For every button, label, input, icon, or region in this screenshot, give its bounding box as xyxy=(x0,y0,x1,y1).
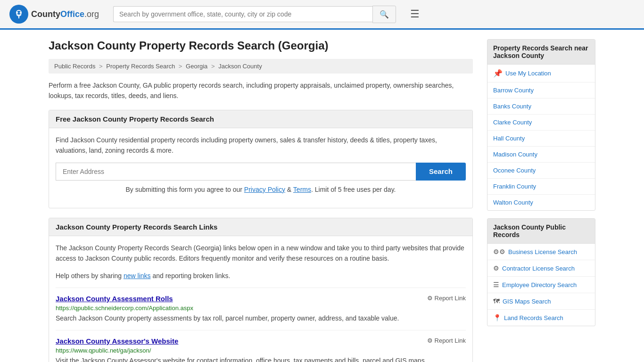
walton-county-link[interactable]: Walton County xyxy=(493,199,533,206)
sidebar-item-land-records[interactable]: 📍 Land Records Search xyxy=(487,310,595,326)
sidebar-item-banks[interactable]: Banks County xyxy=(487,99,595,115)
logo-office: Office xyxy=(60,9,84,19)
breadcrumb-sep-3: > xyxy=(211,63,216,70)
link-title-1[interactable]: Jackson County Assessment Rolls xyxy=(56,295,173,303)
business-license-link[interactable]: Business License Search xyxy=(508,248,577,255)
public-records-section: Jackson County Public Records ⚙⚙ Busines… xyxy=(487,218,595,326)
svg-point-0 xyxy=(13,8,25,20)
employee-directory-icon: ☰ xyxy=(493,281,499,288)
address-search-form: Search xyxy=(56,163,466,181)
business-license-icon: ⚙⚙ xyxy=(493,248,505,255)
sidebar-item-barrow[interactable]: Barrow County xyxy=(487,82,595,99)
sidebar-item-franklin[interactable]: Franklin County xyxy=(487,179,595,195)
sidebar-item-business-license[interactable]: ⚙⚙ Business License Search xyxy=(487,244,595,260)
banks-county-link[interactable]: Banks County xyxy=(493,103,531,110)
nearby-counties-section: Property Records Search near Jackson Cou… xyxy=(487,39,595,211)
use-location-link[interactable]: Use My Location xyxy=(505,70,551,77)
sidebar-item-oconee[interactable]: Oconee County xyxy=(487,163,595,179)
site-header: CountyOffice.org 🔍 ☰ xyxy=(0,0,644,30)
contractor-license-link[interactable]: Contractor License Search xyxy=(502,265,575,272)
address-search-button[interactable]: Search xyxy=(416,163,466,181)
sidebar-item-hall[interactable]: Hall County xyxy=(487,131,595,147)
privacy-policy-link[interactable]: Privacy Policy xyxy=(244,186,285,193)
logo-text: CountyOffice.org xyxy=(31,9,99,19)
link-item-1-header: Jackson County Assessment Rolls ⚙ Report… xyxy=(56,295,466,303)
sidebar-item-employee-directory[interactable]: ☰ Employee Directory Search xyxy=(487,277,595,293)
madison-county-link[interactable]: Madison County xyxy=(493,151,537,158)
land-records-icon: 📍 xyxy=(493,314,501,321)
links-section-heading: Jackson County Property Records Search L… xyxy=(49,218,472,236)
link-item-assessment-rolls: Jackson County Assessment Rolls ⚙ Report… xyxy=(56,288,466,330)
gis-maps-link[interactable]: GIS Maps Search xyxy=(503,298,551,305)
links-description: The Jackson County Property Records Sear… xyxy=(56,243,466,264)
breadcrumb-georgia[interactable]: Georgia xyxy=(186,63,207,70)
page-description: Perform a free Jackson County, GA public… xyxy=(49,80,473,101)
link-title-2[interactable]: Jackson County Assessor's Website xyxy=(56,337,178,345)
free-search-description: Find Jackson County residential property… xyxy=(56,135,466,156)
main-container: Jackson County Property Records Search (… xyxy=(39,30,605,362)
sidebar-use-location[interactable]: 📌 Use My Location xyxy=(487,65,595,82)
report-icon-2: ⚙ xyxy=(427,337,433,344)
breadcrumb-property-search[interactable]: Property Records Search xyxy=(106,63,175,70)
sidebar-item-clarke[interactable]: Clarke County xyxy=(487,115,595,131)
links-section-body: The Jackson County Property Records Sear… xyxy=(49,236,472,362)
sidebar-item-madison[interactable]: Madison County xyxy=(487,147,595,163)
employee-directory-link[interactable]: Employee Directory Search xyxy=(502,281,577,288)
free-search-section: Free Jackson County Property Records Sea… xyxy=(49,110,473,208)
sidebar-item-walton[interactable]: Walton County xyxy=(487,195,595,210)
breadcrumb-jackson-county[interactable]: Jackson County xyxy=(218,63,262,70)
link-item-2-header: Jackson County Assessor's Website ⚙ Repo… xyxy=(56,337,466,345)
link-item-assessors-website: Jackson County Assessor's Website ⚙ Repo… xyxy=(56,330,466,362)
form-disclaimer: By submitting this form you agree to our… xyxy=(56,184,466,195)
svg-point-4 xyxy=(20,12,21,14)
land-records-link[interactable]: Land Records Search xyxy=(504,314,563,321)
breadcrumb-sep-2: > xyxy=(179,63,184,70)
global-search-button[interactable]: 🔍 xyxy=(372,6,396,23)
report-icon-1: ⚙ xyxy=(427,295,433,302)
sidebar-item-gis-maps[interactable]: 🗺 GIS Maps Search xyxy=(487,293,595,310)
global-search-bar: 🔍 xyxy=(113,6,396,23)
link-url-1: https://qpublic.schneidercorp.com/Applic… xyxy=(56,304,466,312)
hamburger-menu-icon[interactable]: ☰ xyxy=(410,8,420,20)
free-search-body: Find Jackson County residential property… xyxy=(49,128,472,208)
sidebar-item-contractor-license[interactable]: ⚙ Contractor License Search xyxy=(487,260,595,277)
svg-point-3 xyxy=(17,12,18,14)
logo-area: CountyOffice.org xyxy=(9,5,104,24)
share-line: Help others by sharing new links and rep… xyxy=(56,271,466,281)
sidebar: Property Records Search near Jackson Cou… xyxy=(487,39,595,362)
main-content: Jackson County Property Records Search (… xyxy=(49,39,473,362)
global-search-input[interactable] xyxy=(113,6,372,22)
hall-county-link[interactable]: Hall County xyxy=(493,135,525,142)
address-input[interactable] xyxy=(56,163,416,181)
search-icon: 🔍 xyxy=(380,10,389,18)
contractor-license-icon: ⚙ xyxy=(493,264,499,272)
terms-link[interactable]: Terms xyxy=(293,186,311,193)
breadcrumb-public-records[interactable]: Public Records xyxy=(54,63,95,70)
location-pin-icon: 📌 xyxy=(493,69,503,78)
breadcrumb: Public Records > Property Records Search… xyxy=(49,59,473,74)
new-links-link[interactable]: new links xyxy=(124,272,151,280)
page-title: Jackson County Property Records Search (… xyxy=(49,39,473,52)
links-section: Jackson County Property Records Search L… xyxy=(49,218,473,362)
free-search-heading: Free Jackson County Property Records Sea… xyxy=(49,110,472,128)
oconee-county-link[interactable]: Oconee County xyxy=(493,167,536,174)
barrow-county-link[interactable]: Barrow County xyxy=(493,87,534,94)
breadcrumb-sep-1: > xyxy=(99,63,104,70)
logo-icon xyxy=(9,5,28,24)
franklin-county-link[interactable]: Franklin County xyxy=(493,183,536,190)
report-link-2[interactable]: ⚙ Report Link xyxy=(427,337,466,344)
report-link-1[interactable]: ⚙ Report Link xyxy=(427,295,466,302)
link-url-2: https://www.qpublic.net/ga/jackson/ xyxy=(56,347,466,354)
nearby-counties-header: Property Records Search near Jackson Cou… xyxy=(487,40,595,65)
link-desc-1: Search Jackson County property assessmen… xyxy=(56,313,466,323)
public-records-header: Jackson County Public Records xyxy=(487,219,595,244)
link-desc-2: Visit the Jackson County Assessor's webs… xyxy=(56,356,466,362)
gis-maps-icon: 🗺 xyxy=(493,297,500,305)
clarke-county-link[interactable]: Clarke County xyxy=(493,119,532,126)
